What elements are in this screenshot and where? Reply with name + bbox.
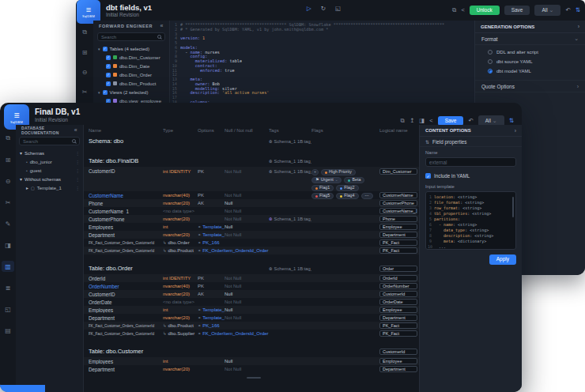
columns-icon[interactable]: ⇅ <box>509 118 514 124</box>
doc-tree-schema[interactable]: •dbo_junior⋮ <box>16 157 83 166</box>
grid-row[interactable]: Employeesint⚭Template_1NullEmployee <box>84 306 419 314</box>
doc-tree-schema[interactable]: •guest⋮ <box>16 166 83 175</box>
flag-pill[interactable]: Beta <box>344 177 364 183</box>
grid-row[interactable]: FK_Fact_Customer_Orders_CustomerId↳dbo.O… <box>84 239 419 247</box>
logical-name-input[interactable]: PK_Fact <box>379 247 417 254</box>
doc-tree-group[interactable]: ▾Schemas⋮ <box>16 149 83 157</box>
scope-dropdown[interactable]: All ⌄ <box>534 5 560 16</box>
cut-icon[interactable]: ✂ <box>78 86 91 97</box>
column-name-cell[interactable]: CustomerName <box>89 193 163 198</box>
collapse-icon[interactable]: « <box>160 23 164 28</box>
radio-icon[interactable] <box>488 50 493 55</box>
logical-name-input[interactable]: Employee <box>379 224 417 230</box>
fk-link[interactable]: PK_166 <box>202 240 219 245</box>
template-link[interactable]: Template_1 <box>202 307 225 312</box>
search-input[interactable]: Search <box>19 137 80 145</box>
template-link[interactable]: Template_1 <box>202 224 225 229</box>
kebab-icon[interactable]: ⋮ <box>75 176 80 182</box>
radio-icon[interactable] <box>488 69 493 74</box>
flag-pill[interactable]: Flag4 <box>336 193 358 199</box>
grid-row[interactable]: OrderIdint IDENTITYPKNot NullOrderId <box>84 274 419 282</box>
run-icon[interactable]: ▷ <box>307 6 311 12</box>
fk-link[interactable]: FK_OrderItem_OrdersId_Order <box>202 248 268 253</box>
undo-icon[interactable]: ↶ <box>565 7 570 13</box>
refresh-icon[interactable]: ↻ <box>321 6 326 12</box>
resize-handle[interactable] <box>247 377 261 379</box>
checkbox[interactable]: ✓ <box>106 81 111 86</box>
include-yaml-checkbox[interactable]: ✓ <box>425 173 431 179</box>
input-template-editor[interactable]: 1location: <string>2file_format: <string… <box>425 191 516 250</box>
logical-name-input[interactable]: CustomerId <box>379 349 417 355</box>
grid-row[interactable]: Departmentnvarchar(20)Not NullDepartment <box>84 365 419 373</box>
tree-group[interactable]: ▾✓Views (2 selected) <box>93 88 169 96</box>
checkbox[interactable]: ✓ <box>103 90 108 95</box>
tree-group[interactable]: ▾✓Tables (4 selected) <box>93 44 169 53</box>
checkbox[interactable]: ✓ <box>106 73 111 77</box>
compare-icon[interactable]: ◨ <box>2 239 14 251</box>
template-link[interactable]: Template_1 <box>202 315 225 320</box>
tree-item[interactable]: ✓dbo.Dim_Order <box>93 70 169 79</box>
radio-icon[interactable] <box>488 59 493 64</box>
collapse-icon[interactable]: « <box>74 127 77 133</box>
copy-icon[interactable]: ◱ <box>335 6 341 12</box>
grid-row[interactable]: CustomerIDnvarchar(20)AKNullCustomerId <box>84 290 419 298</box>
documentation-icon[interactable]: ▥ <box>2 261 14 272</box>
column-name-cell[interactable]: OrderNumber <box>89 284 163 289</box>
logical-name-input[interactable]: OrderDate <box>379 299 417 305</box>
logical-name-input[interactable]: CustomerId <box>379 291 417 297</box>
grid-row[interactable]: Departmentnvarchar(20)⚭Template_1Not Nul… <box>84 314 419 322</box>
apply-button[interactable]: Apply <box>489 254 516 265</box>
kebab-icon[interactable]: ⋮ <box>75 185 80 190</box>
doc-tree-template[interactable]: ▸▢Template_1⋮ <box>16 183 83 192</box>
chevron-right-icon[interactable]: › <box>578 24 579 29</box>
grid-row[interactable]: Employeesint⚭Template_1NullEmployee <box>84 223 419 231</box>
tables-icon[interactable]: ⊞ <box>78 47 91 58</box>
logical-name-input[interactable]: PK_Fact <box>379 239 417 246</box>
grid-row[interactable]: CustomerName_1<no data type>Not NullCust… <box>84 207 419 215</box>
logical-name-input[interactable]: OrderNumber <box>379 283 417 289</box>
tables-icon[interactable]: ⊞ <box>2 154 14 165</box>
format-radio-option[interactable]: dbt model YAML <box>475 66 585 76</box>
logical-name-input[interactable]: Department <box>379 366 417 372</box>
cut-icon[interactable]: ✂ <box>2 197 14 208</box>
logical-name-input[interactable]: Phone <box>379 216 417 222</box>
logical-name-input[interactable]: PK_Fact <box>379 330 417 337</box>
grid-section-schema[interactable]: Schema: dbo⊚Schema_1 1B:tag_1: tag_2: ta… <box>84 135 419 147</box>
notes-icon[interactable]: ✎ <box>2 218 14 229</box>
diagram-icon[interactable]: ⧉ <box>2 133 14 144</box>
search-input[interactable]: Search <box>97 32 165 41</box>
logical-name-input[interactable]: Employee <box>379 358 417 364</box>
projects-icon[interactable]: ◱ <box>2 303 14 315</box>
upload-icon[interactable]: ↥ <box>410 118 414 124</box>
tree-item[interactable]: ✓dbo.Dim_Customer <box>93 53 169 62</box>
doc-tree-group[interactable]: ▾Without schemas⋮ <box>16 175 83 183</box>
columns-icon[interactable]: ⇅ <box>576 7 580 13</box>
undo-icon[interactable]: ↶ <box>468 118 473 124</box>
fk-link[interactable]: PK_166 <box>202 323 219 328</box>
grid-row[interactable]: Departmentnvarchar(20)⚭Template_1Not Nul… <box>84 231 419 239</box>
list-icon[interactable]: ≣ <box>2 282 14 293</box>
logical-name-input[interactable]: CustomerName_1 <box>379 208 417 214</box>
flag-pill[interactable]: Flag5 <box>311 193 334 199</box>
grid-row[interactable]: EmployeesintNullEmployee <box>84 357 419 365</box>
fk-link[interactable]: FK_OrderItem_OrdersId_Order <box>202 331 268 336</box>
export-icon[interactable]: ⧉ <box>452 7 456 13</box>
grid-section-table[interactable]: Table: dbo.Order⊚Schema_1 1B:tag_1Order <box>84 262 419 274</box>
logical-name-input[interactable]: PK_Fact <box>379 322 417 329</box>
settings-icon[interactable]: ▤ <box>2 325 14 336</box>
checkbox[interactable]: ✓ <box>106 55 111 60</box>
checkbox[interactable]: ✓ <box>103 47 108 51</box>
unlock-button[interactable]: Unlock <box>470 6 500 16</box>
share-icon[interactable]: < <box>461 7 464 13</box>
logical-name-input[interactable]: Department <box>379 232 417 238</box>
flag-pill[interactable]: Flag2 <box>336 185 358 191</box>
share-icon[interactable]: < <box>429 118 432 124</box>
kebab-icon[interactable]: ⋮ <box>75 168 80 173</box>
flag-pill[interactable]: + <box>311 169 319 175</box>
logical-name-input[interactable]: Dim_Customer <box>379 168 417 175</box>
logical-name-input[interactable]: OrderId <box>379 275 417 281</box>
subject-area-icon[interactable]: ⊖ <box>78 66 91 77</box>
save-button[interactable]: Save <box>504 6 530 16</box>
format-section-header[interactable]: Format ⌄ <box>475 33 585 45</box>
flag-pill[interactable]: ⋯ <box>361 193 373 199</box>
